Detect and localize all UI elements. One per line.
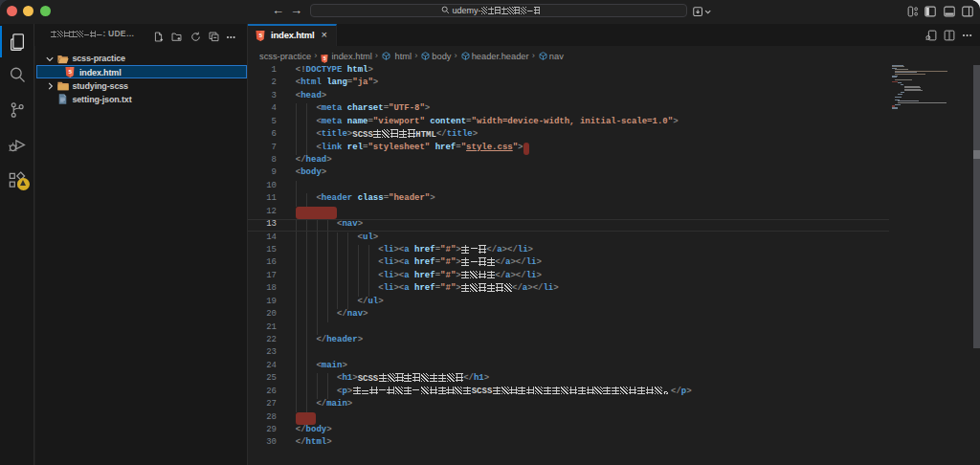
svg-text:5: 5 bbox=[323, 55, 326, 61]
svg-text:5: 5 bbox=[258, 32, 262, 38]
